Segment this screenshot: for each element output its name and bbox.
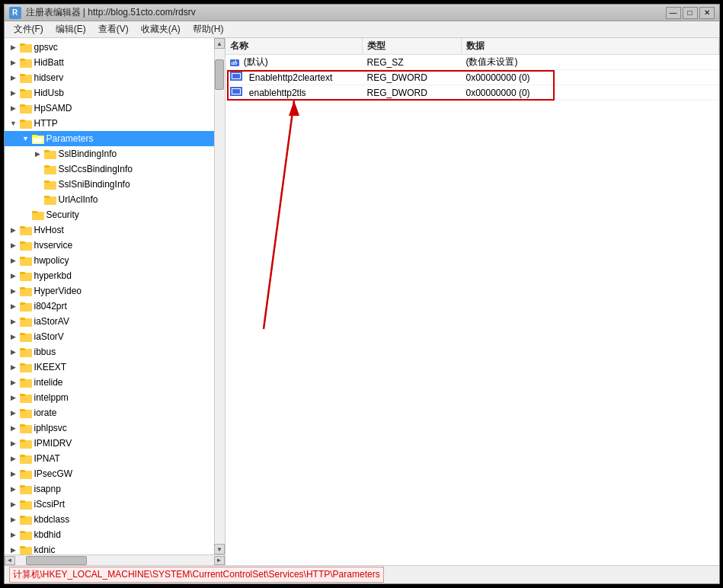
label-istorav: iaStorAV [34, 316, 69, 327]
expand-ipsecgw[interactable]: ▶ [8, 468, 20, 480]
expand-kbdclass[interactable]: ▶ [8, 513, 20, 526]
h-scroll-right-arrow[interactable]: ► [214, 556, 225, 565]
tree-item-i8042prt[interactable]: ▶ i8042prt [5, 299, 214, 314]
tree-item-hyperkbd[interactable]: ▶ hyperkbd [5, 268, 214, 283]
app-icon: R [9, 7, 21, 19]
folder-icon-kbdclass [20, 514, 32, 525]
tree-item-http[interactable]: ▼ HTTP [5, 116, 214, 131]
expand-istorv[interactable]: ▶ [8, 331, 20, 343]
expand-i8042prt[interactable]: ▶ [8, 300, 20, 312]
svg-rect-65 [20, 516, 25, 518]
tree-item-hidbatt[interactable]: ▶ HidBatt [5, 55, 214, 70]
folder-icon-sslsnibindinginfo [44, 179, 56, 190]
tree-item-iorate[interactable]: ▶ iorate [5, 405, 214, 420]
expand-hvhost[interactable]: ▶ [8, 224, 20, 236]
expand-hidusb[interactable]: ▶ [8, 87, 20, 99]
expand-ipnat[interactable]: ▶ [8, 452, 20, 465]
expand-parameters[interactable]: ▼ [20, 133, 32, 145]
tree-item-istorav[interactable]: ▶ iaStorAV [5, 314, 214, 329]
tree-item-hpsamd[interactable]: ▶ HpSAMD [5, 101, 214, 116]
tree-item-hypervideo[interactable]: ▶ HyperVideo [5, 283, 214, 299]
tree-item-intelide[interactable]: ▶ intelide [5, 375, 214, 390]
tree-item-hidserv[interactable]: ▶ hidserv [5, 70, 214, 85]
minimize-button[interactable]: — [666, 7, 681, 19]
expand-hypervideo[interactable]: ▶ [8, 285, 20, 297]
table-row-default[interactable]: ab (默认) REG_SZ (数值未设置) [226, 55, 719, 70]
cell-type-default: REG_SZ [363, 57, 462, 68]
expand-istorav[interactable]: ▶ [8, 315, 20, 328]
expand-ibbus[interactable]: ▶ [8, 346, 20, 358]
label-security: Security [46, 209, 79, 220]
tree-item-istorv[interactable]: ▶ iaStorV [5, 329, 214, 344]
expand-hwpolicy[interactable]: ▶ [8, 254, 20, 267]
folder-icon-hpsamd [20, 103, 32, 113]
expand-http[interactable]: ▼ [8, 117, 20, 129]
folder-icon-i8042prt [20, 301, 32, 312]
close-button[interactable]: ✕ [699, 7, 715, 19]
table-row-enablehttp2tls[interactable]: enablehttp2tls REG_DWORD 0x00000000 (0) [226, 85, 719, 101]
expand-sslbindinginfo[interactable]: ▶ [32, 148, 44, 160]
svg-rect-23 [44, 196, 50, 198]
table-row-enablehttp2cleartext[interactable]: Enablehttp2cleartext REG_DWORD 0x0000000… [226, 70, 719, 85]
tree-item-ipsecgw[interactable]: ▶ IPsecGW [5, 466, 214, 481]
expand-ipmidrv[interactable]: ▶ [8, 437, 20, 449]
tree-item-hwpolicy[interactable]: ▶ hwpolicy [5, 253, 214, 268]
tree-item-parameters[interactable]: ▼ Parameters [5, 131, 214, 146]
menu-file[interactable]: 文件(F) [8, 21, 50, 37]
tree-item-urlaclinfo[interactable]: UrlAclInfo [5, 192, 214, 207]
tree-item-hvhost[interactable]: ▶ HvHost [5, 222, 214, 238]
scroll-down-arrow[interactable]: ▼ [214, 544, 225, 554]
svg-rect-39 [20, 318, 25, 320]
expand-iphlpsvc[interactable]: ▶ [8, 422, 20, 434]
tree-item-hvservice[interactable]: ▶ hvservice [5, 238, 214, 253]
tree-item-kbdhid[interactable]: ▶ kbdhid [5, 527, 214, 542]
tree-item-security[interactable]: Security [5, 207, 214, 222]
tree-item-ibbus[interactable]: ▶ ibbus [5, 344, 214, 360]
tree-item-gpsvc[interactable]: ▶ gpsvc [5, 40, 214, 55]
tree-item-sslbindinginfo[interactable]: ▶ SslBindingInfo [5, 146, 214, 161]
menu-view[interactable]: 查看(V) [92, 21, 135, 37]
tree-item-sslsnibindinginfo[interactable]: SslSniBindingInfo [5, 177, 214, 192]
tree-item-ipmidrv[interactable]: ▶ IPMIDRV [5, 436, 214, 451]
tree-vertical-scrollbar[interactable]: ▲ ▼ [214, 38, 225, 554]
folder-icon-hvservice [20, 240, 32, 251]
tree-item-ikeext[interactable]: ▶ IKEEXT [5, 360, 214, 375]
expand-hvservice[interactable]: ▶ [8, 239, 20, 251]
scroll-up-arrow[interactable]: ▲ [214, 38, 225, 49]
expand-hidbatt[interactable]: ▶ [8, 56, 20, 69]
expand-hyperkbd[interactable]: ▶ [8, 270, 20, 282]
tree-item-kbdclass[interactable]: ▶ kbdclass [5, 512, 214, 527]
h-scroll-thumb[interactable] [26, 556, 87, 565]
tree-item-iscsiprt[interactable]: ▶ iScsiPrt [5, 497, 214, 512]
expand-gpsvc[interactable]: ▶ [8, 41, 20, 53]
tree-item-intelppm[interactable]: ▶ intelppm [5, 390, 214, 405]
tree-item-iphlpsvc[interactable]: ▶ iphlpsvc [5, 420, 214, 436]
expand-iorate[interactable]: ▶ [8, 407, 20, 419]
label-ibbus: ibbus [34, 347, 56, 357]
expand-ikeext[interactable]: ▶ [8, 361, 20, 373]
label-sslccsbindinginfo: SslCcsBindingInfo [59, 164, 133, 174]
expand-iscsiprt[interactable]: ▶ [8, 498, 20, 510]
menu-edit[interactable]: 编辑(E) [50, 21, 92, 37]
expand-hidserv[interactable]: ▶ [8, 72, 20, 84]
menu-help[interactable]: 帮助(H) [187, 21, 230, 37]
registry-editor-window: R 注册表编辑器 | http://blog.51cto.com/rdsrv —… [4, 4, 720, 584]
tree-item-hidusb[interactable]: ▶ HidUsb [5, 85, 214, 101]
tree-horizontal-scrollbar[interactable]: ◄ ► [5, 554, 225, 565]
expand-kbdhid[interactable]: ▶ [8, 529, 20, 541]
expand-isapnp[interactable]: ▶ [8, 483, 20, 495]
maximize-button[interactable]: □ [683, 7, 698, 19]
tree-item-kdnic[interactable]: ▶ kdnic [5, 542, 214, 554]
svg-rect-12 [20, 120, 25, 122]
h-scroll-left-arrow[interactable]: ◄ [5, 556, 15, 565]
expand-intelide[interactable]: ▶ [8, 376, 20, 388]
scroll-thumb[interactable] [215, 59, 224, 90]
label-ikeext: IKEEXT [34, 362, 67, 372]
tree-item-isapnp[interactable]: ▶ isapnp [5, 481, 214, 497]
expand-hpsamd[interactable]: ▶ [8, 102, 20, 114]
tree-item-ipnat[interactable]: ▶ IPNAT [5, 451, 214, 466]
expand-intelppm[interactable]: ▶ [8, 391, 20, 404]
tree-item-sslccsbindinginfo[interactable]: SslCcsBindingInfo [5, 161, 214, 177]
expand-kdnic[interactable]: ▶ [8, 544, 20, 554]
menu-favorites[interactable]: 收藏夹(A) [135, 21, 187, 37]
